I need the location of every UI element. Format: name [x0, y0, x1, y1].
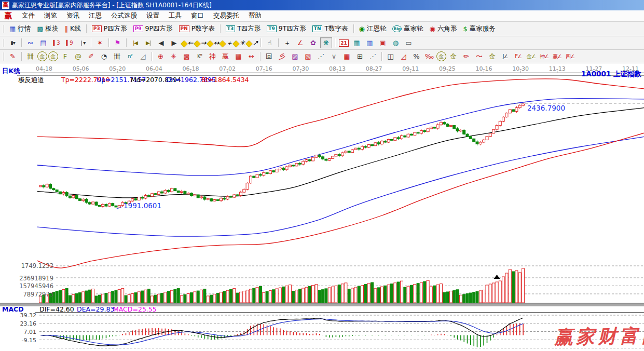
f-grid-icon[interactable]: F	[59, 51, 71, 62]
toolbar-button-9T四方形[interactable]: T99T四方形	[264, 23, 309, 34]
pct-lines-icon[interactable]: ‰	[423, 51, 435, 62]
n-squared-icon[interactable]: n²	[124, 51, 136, 62]
macd-axis-value: 7.01	[1, 329, 36, 335]
fan-lines-icon[interactable]: 彡	[276, 51, 288, 62]
pattern-tool-icon[interactable]: ✶	[94, 37, 106, 48]
menu-item-浏览[interactable]: 浏览	[39, 10, 62, 21]
bars-9-icon[interactable]: ▍9	[63, 37, 75, 48]
menu-item-资讯[interactable]: 资讯	[62, 10, 84, 21]
toolbar-button-赢家轮[interactable]: Big赢家轮	[389, 23, 426, 34]
chart-panel: 日K线 04-1805-0605-2006-0406-1807-0207-160…	[0, 63, 644, 351]
notebook-icon[interactable]: ▥	[364, 37, 376, 48]
clock-circle-icon[interactable]: ◔	[98, 51, 110, 62]
diag-pen-icon[interactable]: ⋰	[315, 51, 327, 62]
gold-circle-1-icon[interactable]: 金	[37, 51, 47, 61]
toolbar-button-T四方形[interactable]: T3T四方形	[223, 23, 264, 34]
web-square-icon[interactable]: ▩	[181, 51, 193, 62]
symbol-label[interactable]: 1A0001 上证指数	[581, 70, 641, 79]
toolbar-button-江恩轮[interactable]: ◉江恩轮	[356, 23, 390, 34]
period-candle-dropdown-icon[interactable]: ▮▾	[7, 37, 19, 48]
toolbar-button-六角形[interactable]: ◉六角形	[427, 23, 460, 34]
diamond-star-icon[interactable]: ◆✳	[233, 37, 245, 48]
percent-icon[interactable]: %	[410, 51, 422, 62]
gold-lines-2-icon[interactable]: 金	[486, 51, 498, 62]
toolbar-button-P四方形[interactable]: P3P四方形	[89, 23, 130, 34]
trend-curve-icon[interactable]: ∾	[24, 37, 36, 48]
chart-export-icon[interactable]: ◍	[390, 37, 402, 48]
toolbar-button-K线[interactable]: ∥K线	[62, 23, 84, 34]
info-document-icon[interactable]: ▤	[37, 37, 49, 48]
toolbar-button-9P四方形[interactable]: P99P四方形	[130, 23, 176, 34]
toolbar-button-行情[interactable]: ▦行情	[6, 23, 34, 34]
calendar-21-icon[interactable]: 21	[338, 37, 350, 48]
toolbar-button-板块[interactable]: ▩板块	[34, 23, 61, 34]
f-angle-icon[interactable]: F∠	[512, 51, 524, 62]
stat-bars-icon[interactable]: ◫	[385, 51, 396, 62]
calculator-icon[interactable]: ▦	[351, 37, 363, 48]
flag-chart-icon[interactable]: ⚑	[112, 37, 124, 48]
workstation-icon[interactable]: ▭	[403, 37, 415, 48]
fan-box-icon[interactable]: ▨	[289, 51, 301, 62]
gold-circle-2-icon[interactable]: 金	[48, 51, 58, 61]
diamond-cross-icon[interactable]: ◆＋	[220, 37, 232, 48]
menu-item-公式选股[interactable]: 公式选股	[106, 10, 142, 21]
angle-tool-icon[interactable]: ∠	[294, 37, 306, 48]
shen-angle-icon[interactable]: 神∠	[538, 51, 550, 62]
gold-lines-icon[interactable]: 金	[447, 51, 459, 62]
box-line-icon[interactable]: 回	[263, 51, 275, 62]
next-bar-icon[interactable]: ▶	[168, 37, 180, 48]
pen-ruler-icon[interactable]: ✐	[85, 51, 97, 62]
ying-box-icon[interactable]: 赢	[220, 51, 231, 62]
shen-grid-icon[interactable]: 神	[207, 51, 218, 62]
gann-hash-icon[interactable]: 卌	[24, 51, 36, 62]
check-tool-icon[interactable]: ∨	[328, 51, 340, 62]
thin-candle-dropdown-icon[interactable]: ❘▾	[76, 37, 88, 48]
k-quote-icon[interactable]: K"	[194, 51, 205, 62]
last-bar-icon[interactable]: ▶|	[142, 37, 154, 48]
diamond-right-icon[interactable]: ◆→	[194, 37, 206, 48]
menu-item-文件[interactable]: 文件	[17, 10, 39, 21]
grid-123-icon[interactable]: ▦	[232, 51, 244, 62]
gann-tool-purple-icon[interactable]: ✿	[307, 37, 319, 48]
period-label[interactable]: 日K线	[2, 67, 20, 76]
spiral-icon[interactable]: @	[72, 51, 84, 62]
diamond-both-icon[interactable]: ◆↔	[207, 37, 219, 48]
draw-pen-icon[interactable]: ✎	[7, 51, 19, 62]
prev-bar-icon[interactable]: ◀	[155, 37, 167, 48]
bars-3-icon[interactable]: ▍3	[50, 37, 62, 48]
menu-item-江恩[interactable]: 江恩	[84, 10, 106, 21]
wave-tool-icon[interactable]: 〜	[473, 51, 485, 62]
ying-angle-icon[interactable]: 赢∠	[551, 51, 563, 62]
menu-item-帮助[interactable]: 帮助	[244, 10, 266, 21]
target-circle-icon[interactable]: ⊕	[155, 51, 167, 62]
gold-angle-icon[interactable]: 金∠	[525, 51, 537, 62]
pen-mark-icon[interactable]: ✏	[460, 51, 472, 62]
crosshair-icon[interactable]: ＋	[281, 37, 293, 48]
j-angle-icon[interactable]: J∠	[499, 51, 511, 62]
indicator-name[interactable]: 极反通道	[18, 76, 44, 85]
toolbar-button-赢家服务[interactable]: $赢家服务	[460, 23, 498, 34]
gold-circle-3-icon[interactable]: 金	[436, 51, 446, 61]
pct-triangle-icon[interactable]: ◿	[398, 51, 409, 62]
web-box-icon[interactable]: ▧	[302, 51, 314, 62]
menu-item-交易委托[interactable]: 交易委托	[209, 10, 244, 21]
hash-black-icon[interactable]: 卌	[111, 51, 123, 62]
web-tool-icon[interactable]: ❋	[320, 37, 332, 48]
pan-hand-icon[interactable]: ☝	[264, 37, 276, 48]
diag-lines-icon[interactable]: ⋰	[367, 51, 379, 62]
toolbar-button-P数字表[interactable]: PNP数字表	[176, 23, 218, 34]
diamond-left-icon[interactable]: ◆←	[181, 37, 193, 48]
menu-item-窗口[interactable]: 窗口	[186, 10, 209, 21]
toolbar-button-T数字表[interactable]: TNT数字表	[309, 23, 351, 34]
first-bar-icon[interactable]: |◀	[129, 37, 141, 48]
diamond-expand-icon[interactable]: ◆↗	[246, 37, 258, 48]
angle-lines-icon[interactable]: ◿	[137, 51, 149, 62]
web-circle-icon[interactable]: ✳	[168, 51, 180, 62]
save-disk-icon[interactable]: ▣	[377, 37, 389, 48]
grid-black-icon[interactable]: ⊞	[354, 51, 366, 62]
menu-item-设置[interactable]: 设置	[142, 10, 164, 21]
span-arrows-icon[interactable]: ↔	[245, 51, 257, 62]
si-angle-icon[interactable]: 四∠	[564, 51, 576, 62]
grid-red-icon[interactable]: ▦	[341, 51, 353, 62]
menu-item-工具[interactable]: 工具	[164, 10, 186, 21]
